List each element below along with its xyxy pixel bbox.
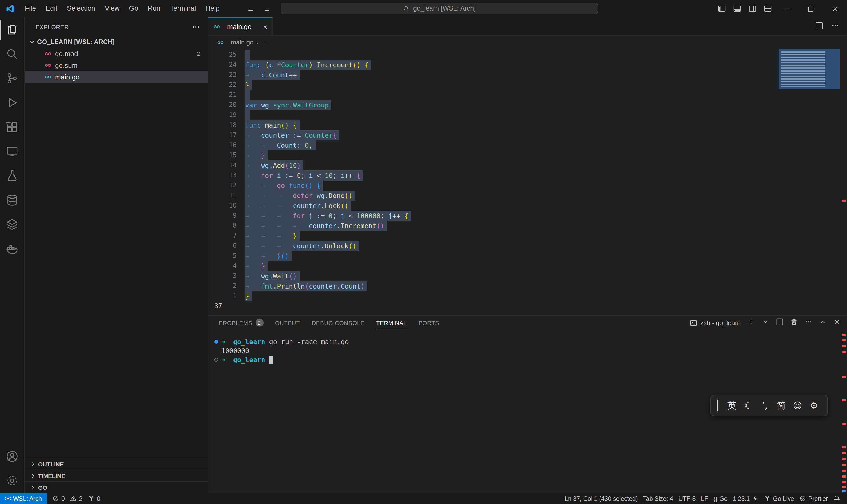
panel-tab-output[interactable]: OUTPUT [275,316,300,330]
editor-more-actions-icon[interactable] [831,21,839,32]
command-decoration-outline[interactable] [214,358,218,362]
code-line[interactable]: 5→→}() [208,251,847,261]
code-line[interactable]: 15→} [208,150,847,160]
code-line[interactable]: 19 [208,110,847,120]
settings-icon[interactable] [0,469,24,493]
status-0[interactable]: 0 [50,493,68,504]
code-line[interactable]: 18func main() { [208,120,847,130]
testing-icon[interactable] [0,164,24,188]
forward-arrow-icon[interactable]: → [263,4,271,13]
panel-tab-problems[interactable]: PROBLEMS2 [219,316,263,330]
file-row-go-mod[interactable]: GOgo.mod2 [25,48,208,59]
code-line[interactable]: 2→fmt.Println(counter.Count) [208,281,847,291]
code-line[interactable]: 9→→→for j := 0; j < 100000; j++ { [208,211,847,221]
extensions-icon[interactable] [0,115,24,139]
code-line[interactable]: 3→wg.Wait() [208,271,847,281]
status-lf[interactable]: LF [698,493,711,504]
file-row-go-sum[interactable]: GOgo.sum [25,59,208,71]
menu-view[interactable]: View [100,2,124,15]
code-editor[interactable]: 2524func (c *Counter) Increment() {23→c.… [208,49,847,315]
status-go[interactable]: {}Go [711,493,730,504]
panel-tab-terminal[interactable]: TERMINAL [376,316,407,330]
terminal-instance[interactable]: zsh - go_learn [690,319,741,327]
code-line[interactable]: 20var wg sync.WaitGroup [208,100,847,110]
layers-icon[interactable] [0,212,24,237]
half-fullwidth-moon-icon[interactable]: ☾ [740,400,756,411]
back-arrow-icon[interactable]: ← [247,4,254,13]
toggle-sidebar-icon[interactable] [714,2,729,15]
simplified-chinese-icon[interactable]: 简 [773,399,789,412]
status-1-23-1[interactable]: 1.23.1 [730,493,761,504]
database-icon[interactable] [0,188,24,212]
code-line[interactable]: 11→→→defer wg.Done() [208,191,847,201]
section-go[interactable]: GO [25,481,208,493]
new-terminal-icon[interactable] [747,318,755,328]
code-line[interactable]: 16→→Count: 0, [208,140,847,150]
menu-terminal[interactable]: Terminal [165,2,201,15]
minimap[interactable] [779,49,840,89]
explorer-icon[interactable] [0,17,24,42]
split-terminal-icon[interactable] [776,318,783,328]
code-line[interactable]: 4→} [208,261,847,271]
code-line[interactable]: 25 [208,50,847,60]
status-prettier[interactable]: Prettier [797,493,831,504]
code-line[interactable]: 14→wg.Add(10) [208,160,847,170]
breadcrumb[interactable]: GO main.go › … [208,36,847,49]
breadcrumb-file[interactable]: main.go [231,39,253,46]
code-line[interactable]: 37 [208,301,847,311]
close-window-button[interactable] [823,0,847,17]
code-line[interactable]: 24func (c *Counter) Increment() { [208,60,847,70]
search-icon[interactable] [0,42,24,66]
ime-settings-icon[interactable]: ⚙ [806,400,822,411]
panel-more-actions-icon[interactable] [805,318,812,328]
restore-button[interactable] [799,0,823,17]
code-line[interactable]: 21 [208,90,847,100]
command-center-search[interactable]: go_learn [WSL: Arch] [281,3,598,14]
terminal-profile-chevron-icon[interactable] [762,318,769,328]
section-outline[interactable]: OUTLINE [25,458,208,470]
terminal-viewport[interactable]: ➜ go_learn go run -race main.go1000000➜ … [208,330,847,364]
file-row-main-go[interactable]: GOmain.go [25,71,208,83]
section-timeline[interactable]: TIMELINE [25,470,208,481]
code-line[interactable]: 13→for i := 0; i < 10; i++ { [208,170,847,181]
menu-go[interactable]: Go [124,2,143,15]
code-line[interactable]: 22} [208,80,847,90]
split-editor-icon[interactable] [815,21,823,32]
emoji-icon[interactable]: ☺ [789,400,806,411]
status-utf-8[interactable]: UTF-8 [676,493,698,504]
run-debug-icon[interactable] [0,91,24,115]
folder-root-row[interactable]: GO_LEARN [WSL: ARCH] [25,36,208,48]
code-line[interactable]: 23→c.Count++ [208,70,847,80]
toggle-panel-icon[interactable] [729,2,745,15]
docker-icon[interactable] [0,237,24,261]
code-line[interactable]: 1} [208,291,847,301]
code-line[interactable]: 6→→→counter.Unlock() [208,241,847,251]
menu-selection[interactable]: Selection [62,2,100,15]
code-line[interactable]: 10→→→counter.Lock() [208,201,847,211]
status-go-live[interactable]: Go Live [761,493,797,504]
tab-main-go[interactable]: GO main.go × [208,17,273,35]
breadcrumb-more[interactable]: … [262,39,268,46]
status-tab-size-4[interactable]: Tab Size: 4 [640,493,676,504]
maximize-panel-icon[interactable] [819,318,826,328]
source-control-icon[interactable] [0,66,24,91]
punctuation-icon[interactable]: ’, [756,400,773,411]
status-0[interactable]: 0 [85,493,103,504]
menu-file[interactable]: File [20,2,41,15]
lang-english-icon[interactable]: 英 [724,399,740,412]
menu-help[interactable]: Help [201,2,224,15]
minimize-button[interactable] [776,0,799,17]
code-line[interactable]: 12→→go func() { [208,181,847,191]
tab-close-icon[interactable]: × [263,23,267,31]
close-panel-icon[interactable] [833,318,841,328]
kill-terminal-icon[interactable] [790,318,798,328]
command-decoration-filled[interactable] [214,340,218,344]
toggle-secondary-sidebar-icon[interactable] [745,2,760,15]
code-line[interactable]: 7→→→} [208,231,847,241]
status-2[interactable]: 2 [68,493,85,504]
accounts-icon[interactable] [0,444,24,469]
customize-layout-icon[interactable] [760,2,776,15]
code-line[interactable]: 17→counter := Counter{ [208,130,847,140]
remote-explorer-icon[interactable] [0,139,24,164]
menu-edit[interactable]: Edit [41,2,62,15]
